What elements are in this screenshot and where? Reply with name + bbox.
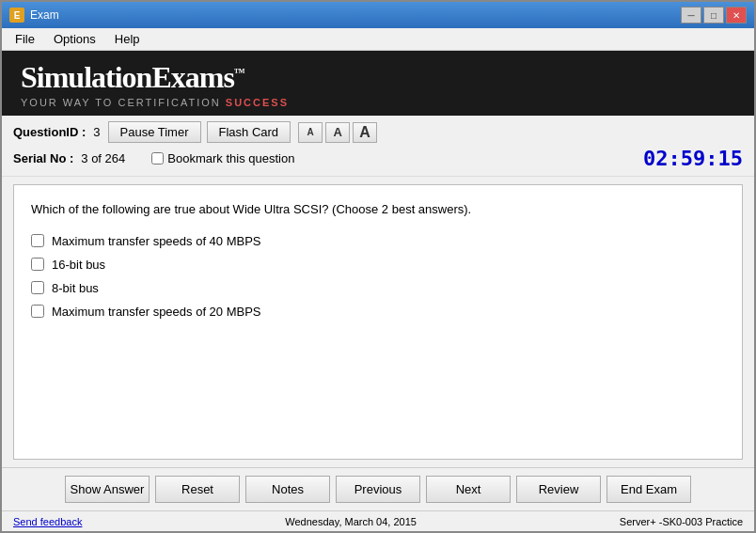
timer-display: 02:59:15 xyxy=(643,147,743,170)
app-icon: E xyxy=(9,8,24,23)
bookmark-label[interactable]: Bookmark this question xyxy=(151,151,294,165)
serial-label: Serial No : xyxy=(13,151,73,165)
end-exam-button[interactable]: End Exam xyxy=(606,476,691,503)
meta-buttons: Pause Timer Flash Card xyxy=(108,121,291,143)
question-meta: QuestionID : 3 Pause Timer Flash Card A … xyxy=(2,116,754,177)
brand-name: SimulationExams™ xyxy=(21,60,244,95)
pause-timer-button[interactable]: Pause Timer xyxy=(108,121,201,143)
answer-label-2: 8-bit bus xyxy=(52,281,99,295)
bookmark-checkbox[interactable] xyxy=(151,152,164,165)
font-large-button[interactable]: A xyxy=(353,122,377,143)
font-size-buttons: A A A xyxy=(298,122,377,143)
question-id-row: QuestionID : 3 Pause Timer Flash Card A … xyxy=(13,121,743,143)
status-date: Wednesday, March 04, 2015 xyxy=(285,516,417,527)
menu-help[interactable]: Help xyxy=(105,30,150,48)
question-text: Which of the following are true about Wi… xyxy=(31,200,725,219)
answer-label-1: 16-bit bus xyxy=(52,258,105,272)
answer-option-1: 16-bit bus xyxy=(31,258,725,272)
brand-tagline: YOUR WAY TO CERTIFICATION SUCCESS xyxy=(21,97,289,108)
answer-checkbox-0[interactable] xyxy=(31,234,44,247)
menu-options[interactable]: Options xyxy=(44,30,105,48)
meta-left: QuestionID : 3 Pause Timer Flash Card A … xyxy=(13,121,743,170)
answer-checkbox-2[interactable] xyxy=(31,281,44,294)
font-medium-button[interactable]: A xyxy=(325,122,350,143)
window-title: Exam xyxy=(30,8,681,22)
serial-value: 3 of 264 xyxy=(81,151,125,165)
main-window: E Exam ─ □ ✕ File Options Help Simulatio… xyxy=(0,0,756,533)
minimize-button[interactable]: ─ xyxy=(681,7,701,24)
serial-row: Serial No : 3 of 264 Bookmark this quest… xyxy=(13,147,743,170)
reset-button[interactable]: Reset xyxy=(155,476,240,503)
previous-button[interactable]: Previous xyxy=(336,476,420,503)
answer-label-0: Maximum transfer speeds of 40 MBPS xyxy=(52,234,261,248)
status-bar: Send feedback Wednesday, March 04, 2015 … xyxy=(2,510,754,531)
close-button[interactable]: ✕ xyxy=(726,7,747,24)
window-controls: ─ □ ✕ xyxy=(681,7,747,24)
review-button[interactable]: Review xyxy=(516,476,601,503)
answer-checkbox-1[interactable] xyxy=(31,258,44,271)
answer-option-2: 8-bit bus xyxy=(31,281,725,295)
bottom-buttons: Show Answer Reset Notes Previous Next Re… xyxy=(2,467,754,510)
answer-checkbox-3[interactable] xyxy=(31,305,44,318)
answer-option-0: Maximum transfer speeds of 40 MBPS xyxy=(31,234,725,248)
status-practice: Server+ -SK0-003 Practice xyxy=(620,516,743,527)
menu-bar: File Options Help xyxy=(2,28,754,51)
question-area: Which of the following are true about Wi… xyxy=(13,184,743,460)
next-button[interactable]: Next xyxy=(426,476,511,503)
send-feedback-link[interactable]: Send feedback xyxy=(13,516,82,527)
notes-button[interactable]: Notes xyxy=(245,476,330,503)
answer-label-3: Maximum transfer speeds of 20 MBPS xyxy=(52,305,261,319)
font-small-button[interactable]: A xyxy=(298,122,323,143)
answer-option-3: Maximum transfer speeds of 20 MBPS xyxy=(31,305,725,319)
title-bar: E Exam ─ □ ✕ xyxy=(2,2,754,28)
maximize-button[interactable]: □ xyxy=(703,7,724,24)
flash-card-button[interactable]: Flash Card xyxy=(207,121,291,143)
menu-file[interactable]: File xyxy=(6,30,44,48)
question-id-value: 3 xyxy=(93,125,100,139)
header-banner: SimulationExams™ YOUR WAY TO CERTIFICATI… xyxy=(2,51,754,116)
show-answer-button[interactable]: Show Answer xyxy=(65,476,150,503)
question-id-label: QuestionID : xyxy=(13,125,86,139)
